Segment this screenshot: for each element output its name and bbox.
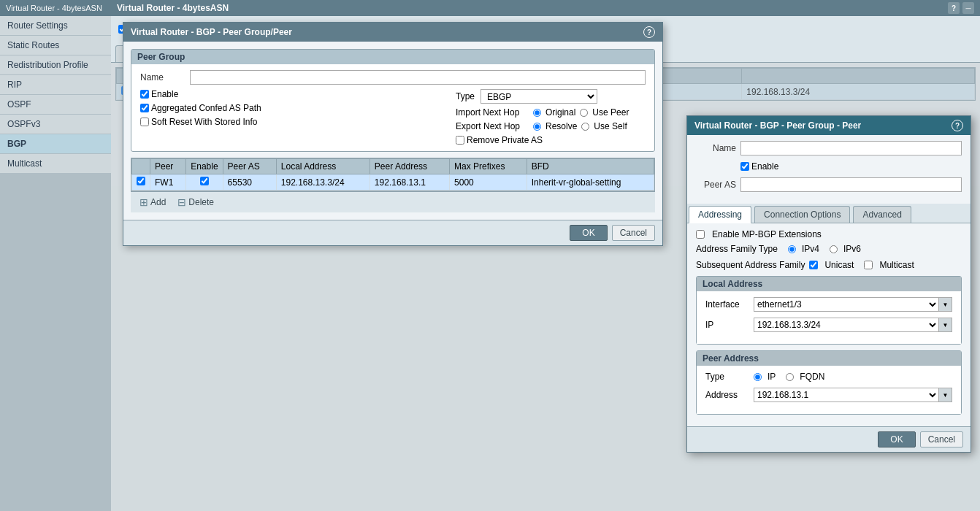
virtual-router-title: Virtual Router - 4bytesASN	[0, 0, 111, 16]
delete-icon: ⊟	[177, 196, 186, 208]
soft-reset-checkbox[interactable]	[140, 118, 149, 126]
type-ip-radio[interactable]	[754, 373, 762, 381]
pg-ok-button[interactable]: OK	[570, 225, 607, 241]
address-select[interactable]: 192.168.13.1	[754, 388, 938, 402]
peer-row-check[interactable]	[137, 177, 145, 185]
af-ipv6-radio[interactable]	[830, 245, 838, 253]
interface-select[interactable]: ethernet1/3	[754, 298, 938, 311]
name-label: Name	[140, 72, 184, 82]
dialog-pg-footer: OK Cancel	[123, 220, 662, 245]
help-icon-pg-dialog[interactable]: ?	[643, 26, 655, 38]
peer-tabs: Addressing Connection Options Advanced	[687, 204, 971, 223]
sidebar-item-static-routes[interactable]: Static Routes	[0, 36, 111, 55]
table-toolbar: ⊞ Add ⊟ Delete	[131, 191, 655, 212]
peer-col-enable: Enable	[186, 159, 223, 174]
aggregated-checkbox[interactable]	[140, 104, 149, 112]
subsequent-label: Subsequent Address Family	[696, 260, 805, 270]
unicast-checkbox[interactable]	[809, 261, 818, 269]
table-row[interactable]: FW1 65530 192.168.13.3/24 192.168.13.1 5…	[132, 174, 654, 191]
pg-cancel-button[interactable]: Cancel	[612, 225, 655, 241]
aggregated-label: Aggregated Confed AS Path	[151, 103, 261, 113]
import-use-peer-label: Use Peer	[592, 107, 629, 118]
enable-pg-checkbox[interactable]	[140, 90, 149, 99]
peer-enable-checkbox[interactable]	[740, 162, 749, 171]
ip-select[interactable]: 192.168.13.3/24	[754, 318, 938, 331]
peer-ok-button[interactable]: OK	[878, 431, 915, 447]
type-select[interactable]: EBGP	[481, 89, 597, 104]
type-ip-label: IP	[767, 372, 776, 382]
tab-advanced[interactable]: Advanced	[853, 206, 911, 223]
peer-col-check	[132, 159, 150, 174]
enable-pg-label: Enable	[151, 89, 178, 99]
multicast-label: Multicast	[879, 260, 914, 270]
col-local-address	[742, 69, 975, 84]
import-use-peer-radio[interactable]	[580, 109, 588, 117]
af-ipv4-radio[interactable]	[788, 245, 796, 253]
peer-dialog-footer: OK Cancel	[687, 426, 971, 452]
cell-local-address: 192.168.13.3/24	[742, 84, 975, 100]
interface-label: Interface	[705, 299, 749, 310]
peer-as-label: Peer AS	[696, 180, 736, 190]
ip-dropdown-arrow[interactable]: ▼	[938, 318, 952, 331]
help-icon-topbar[interactable]: ?	[948, 2, 960, 14]
peer-col-bfd: BFD	[527, 159, 654, 174]
peer-address-section-title: Peer Address	[697, 351, 961, 366]
peer-cancel-button[interactable]: Cancel	[920, 431, 963, 447]
import-next-hop-label: Import Next Hop	[456, 107, 529, 118]
address-label: Address	[705, 390, 749, 400]
peer-local-addr-cell: 192.168.13.3/24	[276, 174, 370, 191]
peer-col-local-address: Local Address	[276, 159, 370, 174]
address-dropdown-arrow[interactable]: ▼	[938, 388, 952, 402]
interface-dropdown-arrow[interactable]: ▼	[938, 298, 952, 311]
peer-enable-check[interactable]	[200, 177, 209, 185]
type-fqdn-radio[interactable]	[786, 373, 794, 381]
af-ipv4-label: IPv4	[802, 244, 819, 254]
vr-topbar-title: Virtual Router - 4bytesASN	[117, 3, 229, 13]
sidebar-item-router-settings[interactable]: Router Settings	[0, 16, 111, 36]
peer-name-input[interactable]: FW1	[740, 141, 962, 155]
tab-connection-options[interactable]: Connection Options	[754, 206, 850, 223]
add-icon: ⊞	[139, 196, 148, 208]
delete-button[interactable]: ⊟ Delete	[175, 195, 217, 210]
peer-enable-label: Enable	[751, 161, 778, 172]
peer-col-max-prefixes: Max Prefixes	[450, 159, 527, 174]
remove-private-as-checkbox[interactable]	[456, 136, 464, 145]
add-button[interactable]: ⊞ Add	[137, 195, 169, 210]
sidebar-item-ospfv3[interactable]: OSPFv3	[0, 115, 111, 134]
peer-max-prefixes-cell: 5000	[450, 174, 527, 191]
pg-name-input[interactable]: FW1-PG	[190, 70, 646, 85]
peer-addr-cell: 192.168.13.1	[370, 174, 449, 191]
multicast-checkbox[interactable]	[864, 261, 873, 269]
type-fqdn-label: FQDN	[800, 372, 824, 382]
dialog-peer: Virtual Router - BGP - Peer Group - Peer…	[686, 115, 971, 453]
help-icon-peer-dialog[interactable]: ?	[952, 120, 963, 131]
sidebar-item-redistribution-profile[interactable]: Redistribution Profile	[0, 55, 111, 75]
peer-name-label: Name	[696, 143, 736, 153]
import-original-label: Original	[545, 107, 575, 118]
section-title-peer-group: Peer Group	[131, 50, 654, 64]
peer-col-peer: Peer	[150, 159, 186, 174]
minimize-icon-topbar[interactable]: ─	[962, 2, 974, 14]
peer-as-cell: 65530	[223, 174, 276, 191]
mpbgp-checkbox[interactable]	[696, 230, 705, 239]
export-next-hop-label: Export Next Hop	[456, 121, 529, 131]
type-label-peer-addr: Type	[705, 372, 749, 382]
sidebar-item-rip[interactable]: RIP	[0, 75, 111, 95]
peer-as-input[interactable]: 65530	[740, 177, 962, 192]
import-original-radio[interactable]	[533, 109, 541, 117]
export-resolve-radio[interactable]	[533, 123, 541, 131]
soft-reset-label: Soft Reset With Stored Info	[151, 117, 257, 127]
peer-dialog-title: Virtual Router - BGP - Peer Group - Peer	[694, 120, 861, 131]
dialog-pg-title: Virtual Router - BGP - Peer Group/Peer	[131, 27, 292, 37]
sidebar-item-multicast[interactable]: Multicast	[0, 154, 111, 174]
tab-addressing[interactable]: Addressing	[689, 206, 751, 223]
peer-col-peer-address: Peer Address	[370, 159, 449, 174]
export-use-self-radio[interactable]	[581, 123, 589, 131]
sidebar-item-bgp[interactable]: BGP	[0, 134, 111, 154]
sidebar-item-ospf[interactable]: OSPF	[0, 95, 111, 115]
peer-name-cell: FW1	[150, 174, 186, 191]
peer-col-peer-as: Peer AS	[223, 159, 276, 174]
export-use-self-label: Use Self	[594, 121, 627, 131]
local-address-section-title: Local Address	[697, 277, 961, 291]
unicast-label: Unicast	[824, 260, 854, 270]
